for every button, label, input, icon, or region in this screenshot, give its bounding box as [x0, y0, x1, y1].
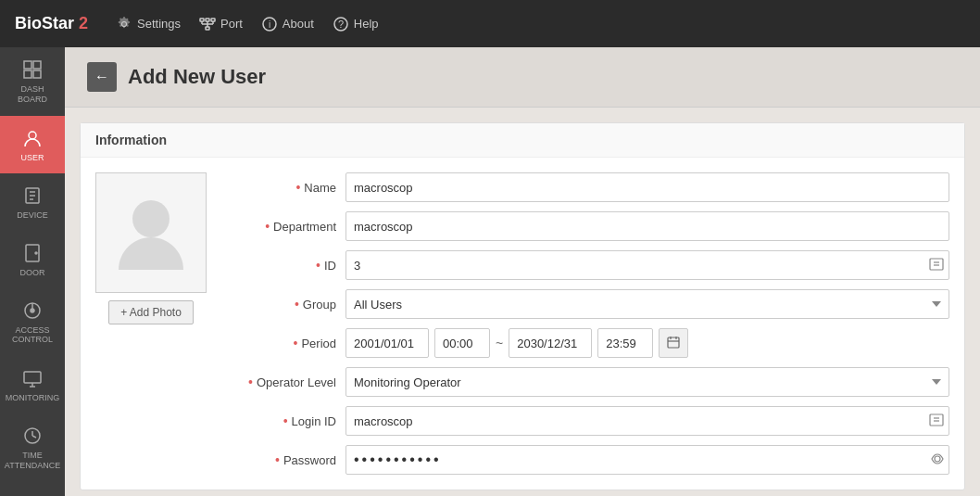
svg-rect-16 [33, 70, 41, 78]
name-input[interactable] [346, 172, 949, 202]
calendar-icon [667, 336, 680, 351]
name-required-dot: • [295, 180, 300, 195]
section-title: Information [81, 123, 964, 158]
name-row: • Name [225, 172, 949, 202]
group-required-dot: • [295, 297, 299, 312]
back-button[interactable]: ← [87, 62, 117, 92]
brand-version: 2 [74, 14, 88, 32]
login-id-input-wrapper [346, 406, 949, 436]
settings-label: Settings [137, 17, 181, 31]
login-id-row: • Login ID [225, 406, 949, 436]
about-nav-item[interactable]: i About [261, 16, 314, 32]
department-label: • Department [225, 219, 336, 234]
sidebar-device-label: DEVICE [17, 210, 48, 220]
id-input[interactable] [346, 250, 949, 280]
dashboard-icon [21, 58, 44, 81]
help-icon: ? [333, 16, 349, 32]
svg-text:?: ? [338, 19, 344, 30]
svg-point-44 [935, 456, 940, 462]
group-row: • Group All Users [225, 289, 949, 319]
svg-point-33 [132, 200, 170, 237]
monitoring-icon [21, 367, 44, 389]
pass-required-dot: • [275, 452, 280, 467]
svg-rect-13 [24, 61, 31, 69]
group-select[interactable]: All Users [346, 289, 949, 319]
user-icon [21, 127, 44, 149]
settings-nav-item[interactable]: Settings [116, 16, 181, 32]
sidebar: DASHBOARD USER DEVICE [0, 47, 65, 496]
svg-rect-2 [211, 19, 215, 21]
door-icon [21, 242, 44, 264]
password-toggle-icon[interactable] [931, 452, 944, 468]
photo-placeholder [95, 172, 207, 293]
page-title: Add New User [128, 65, 266, 89]
svg-rect-27 [24, 372, 41, 383]
sidebar-door-label: DOOR [20, 268, 45, 277]
sidebar-time-attendance-label: TIMEATTENDANCE [5, 451, 60, 471]
svg-rect-3 [206, 27, 209, 30]
operator-level-select[interactable]: Monitoring Operator Administrator User O… [346, 367, 949, 397]
time-attendance-icon [21, 425, 44, 447]
sidebar-item-door[interactable]: DOOR [0, 231, 65, 288]
svg-point-17 [29, 132, 36, 139]
network-icon [199, 16, 216, 32]
period-end-date[interactable] [509, 328, 592, 358]
sidebar-item-time-attendance[interactable]: TIMEATTENDANCE [0, 413, 65, 482]
svg-point-26 [31, 309, 34, 312]
id-input-wrapper [346, 250, 949, 280]
group-label: • Group [225, 297, 336, 312]
svg-text:i: i [269, 19, 270, 30]
period-start-time[interactable] [434, 328, 490, 358]
op-required-dot: • [248, 375, 253, 389]
id-picker-icon[interactable] [929, 258, 944, 273]
sidebar-item-user[interactable]: USER [0, 116, 65, 173]
password-label: • Password [225, 452, 336, 467]
period-start-date[interactable] [346, 328, 429, 358]
svg-rect-15 [24, 70, 31, 78]
about-label: About [283, 17, 314, 31]
password-input[interactable] [346, 445, 949, 475]
gear-icon [116, 16, 132, 32]
id-row: • ID [225, 250, 949, 280]
period-fields: ~ [346, 328, 949, 358]
period-label: • Period [225, 336, 336, 350]
port-nav-item[interactable]: Port [199, 16, 243, 32]
sidebar-monitoring-label: MONITORING [6, 393, 59, 402]
login-id-input[interactable] [346, 406, 949, 436]
name-label: • Name [225, 180, 336, 195]
photo-area: + Add Photo [95, 172, 207, 475]
sidebar-item-access-control[interactable]: ACCESSCONTROL [0, 288, 65, 357]
form-fields: • Name • Department [225, 172, 949, 475]
login-id-label: • Login ID [225, 413, 336, 428]
sidebar-item-monitoring[interactable]: MONITORING [0, 356, 65, 413]
login-id-icon [929, 413, 944, 429]
help-label: Help [354, 17, 379, 31]
period-end-time[interactable] [597, 328, 653, 358]
sidebar-user-label: USER [20, 153, 44, 162]
department-row: • Department [225, 211, 949, 241]
back-arrow-icon: ← [94, 69, 109, 85]
department-input[interactable] [346, 211, 949, 241]
form-body: + Add Photo • Name • [81, 158, 964, 490]
device-icon [21, 184, 44, 207]
svg-rect-14 [33, 61, 41, 69]
top-navigation: BioStar 2 Settings Port [0, 0, 980, 47]
svg-point-23 [35, 252, 37, 254]
add-photo-button[interactable]: + Add Photo [108, 300, 194, 324]
svg-line-32 [32, 436, 36, 438]
svg-rect-41 [930, 414, 943, 426]
access-control-icon [21, 299, 44, 322]
info-icon: i [261, 16, 278, 32]
help-nav-item[interactable]: ? Help [333, 16, 379, 32]
sidebar-item-device[interactable]: DEVICE [0, 173, 65, 231]
svg-rect-34 [930, 259, 943, 270]
id-label: • ID [225, 258, 336, 273]
sidebar-item-dashboard[interactable]: DASHBOARD [0, 47, 65, 116]
svg-rect-0 [200, 19, 204, 21]
password-row: • Password [225, 445, 949, 475]
calendar-button[interactable] [659, 328, 688, 358]
period-required-dot: • [294, 336, 298, 350]
port-label: Port [220, 17, 243, 31]
app-layout: DASHBOARD USER DEVICE [0, 47, 980, 496]
brand-logo: BioStar 2 [15, 14, 88, 33]
